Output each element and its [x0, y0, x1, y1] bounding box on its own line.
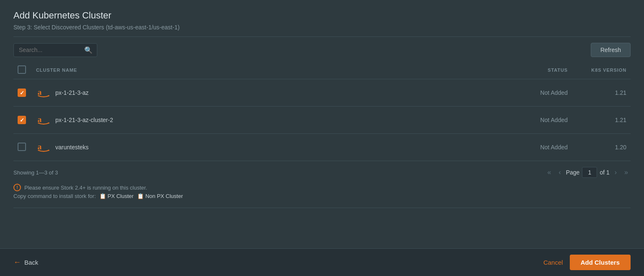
copy-px-icon: 📋: [99, 193, 106, 199]
aws-logo-icon: a: [36, 112, 51, 128]
search-input[interactable]: [19, 47, 82, 53]
row-checkbox-1[interactable]: [18, 89, 26, 97]
col-header-version: K8S VERSION: [572, 61, 631, 79]
page-number-input[interactable]: [582, 167, 597, 178]
warning-icon: !: [13, 184, 21, 191]
bottom-bar: ← Back Cancel Add Clusters: [0, 248, 644, 276]
search-icon: 🔍: [84, 46, 93, 54]
bottom-right-actions: Cancel Add Clusters: [543, 255, 631, 270]
copy-nonpx-icon: 📋: [137, 193, 144, 199]
divider-top: [13, 36, 631, 37]
cluster-status: Not Added: [505, 79, 572, 107]
svg-text:a: a: [38, 115, 42, 124]
table-row: a px-1-21-3-az-cluster-2Not Added1.21: [13, 107, 631, 134]
row-checkbox-3[interactable]: [18, 143, 26, 151]
page-title: Add Kubernetes Cluster: [13, 10, 631, 21]
toolbar: 🔍 Refresh: [13, 43, 631, 57]
add-clusters-button[interactable]: Add Clusters: [570, 255, 631, 270]
info-warning-line: ! Please ensure Stork 2.4+ is running on…: [13, 184, 631, 191]
back-label: Back: [24, 259, 38, 266]
step-label: Step 3: Select Discovered Clusters (td-a…: [13, 23, 631, 31]
info-area: ! Please ensure Stork 2.4+ is running on…: [13, 184, 631, 199]
cluster-name-text: px-1-21-3-az: [55, 89, 88, 96]
prev-page-button[interactable]: ‹: [556, 167, 563, 177]
cluster-name-text: varuntesteks: [55, 144, 88, 151]
cluster-table: CLUSTER NAME STATUS K8S VERSION a px-1-2…: [13, 61, 631, 161]
of-label: of 1: [600, 169, 609, 176]
cluster-version: 1.21: [572, 107, 631, 134]
cancel-button[interactable]: Cancel: [543, 259, 563, 266]
first-page-button[interactable]: «: [545, 167, 553, 177]
cluster-version: 1.21: [572, 79, 631, 107]
non-px-cluster-label: Non PX Cluster: [145, 193, 183, 199]
select-all-checkbox[interactable]: [18, 65, 26, 74]
px-cluster-link[interactable]: 📋 PX Cluster: [99, 193, 134, 199]
divider-bottom: [13, 208, 631, 208]
cluster-name-text: px-1-21-3-az-cluster-2: [55, 117, 113, 123]
cluster-status: Not Added: [505, 134, 572, 161]
svg-marker-1: [48, 95, 50, 96]
search-box[interactable]: 🔍: [13, 43, 97, 57]
select-all-header[interactable]: [13, 61, 32, 79]
px-cluster-label: PX Cluster: [108, 193, 134, 199]
svg-text:a: a: [38, 87, 42, 96]
warning-text: Please ensure Stork 2.4+ is running on t…: [24, 185, 147, 191]
pagination-controls: « ‹ Page of 1 › »: [545, 167, 631, 178]
col-header-name: CLUSTER NAME: [32, 61, 505, 79]
cluster-status: Not Added: [505, 107, 572, 134]
copy-command-line: Copy command to install stork for: 📋 PX …: [13, 193, 631, 199]
table-header-row: CLUSTER NAME STATUS K8S VERSION: [13, 61, 631, 79]
row-checkbox-2[interactable]: [18, 116, 26, 124]
table-row: a varuntesteksNot Added1.20: [13, 134, 631, 161]
aws-logo-icon: a: [36, 85, 51, 100]
svg-marker-3: [48, 122, 50, 124]
last-page-button[interactable]: »: [622, 167, 631, 177]
col-header-status: STATUS: [505, 61, 572, 79]
table-row: a px-1-21-3-azNot Added1.21: [13, 79, 631, 107]
back-arrow-icon: ←: [13, 258, 21, 267]
next-page-button[interactable]: ›: [612, 167, 619, 177]
page-label: Page: [566, 169, 580, 176]
non-px-cluster-link[interactable]: 📋 Non PX Cluster: [137, 193, 183, 199]
copy-label: Copy command to install stork for:: [13, 193, 96, 199]
pagination-area: Showing 1—3 of 3 « ‹ Page of 1 › »: [13, 167, 631, 178]
back-button[interactable]: ← Back: [13, 258, 38, 267]
svg-marker-5: [48, 149, 50, 151]
svg-text:a: a: [38, 142, 42, 151]
cluster-version: 1.20: [572, 134, 631, 161]
aws-logo-icon: a: [36, 140, 51, 155]
refresh-button[interactable]: Refresh: [591, 43, 631, 57]
showing-text: Showing 1—3 of 3: [13, 169, 58, 176]
